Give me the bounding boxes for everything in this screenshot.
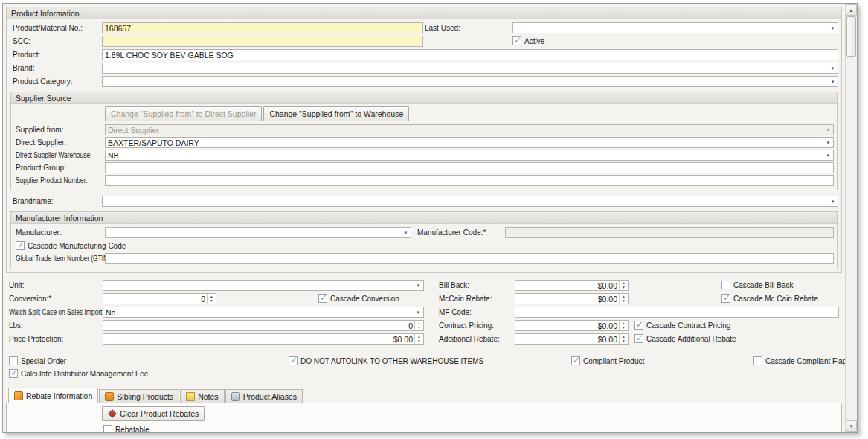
watch-split-case-combobox[interactable]: No ▼ xyxy=(103,307,424,318)
direct-supplier-label: Direct Supplier: xyxy=(16,138,66,147)
direct-supplier-row: Direct Supplier: BAXTER/SAPUTO DAIRY ▼ xyxy=(11,136,837,149)
cascade-conversion-checkbox[interactable]: Cascade Conversion xyxy=(318,294,399,303)
price-protection-value: $0.00 xyxy=(103,335,414,344)
spin-buttons[interactable]: ▴▾ xyxy=(619,321,628,330)
spin-down-icon[interactable]: ▾ xyxy=(620,286,628,291)
supplied-from-value: Direct Supplier xyxy=(106,126,823,135)
direct-supplier-warehouse-combobox[interactable]: NB ▼ xyxy=(105,150,834,161)
spin-buttons[interactable]: ▴▾ xyxy=(619,281,628,290)
product-group-field[interactable] xyxy=(105,162,834,173)
supplied-from-combobox[interactable]: Direct Supplier ▼ xyxy=(105,124,834,135)
scroll-down-icon[interactable]: ▼ xyxy=(846,420,857,432)
last-used-combobox[interactable]: ▼ xyxy=(512,22,838,33)
cascade-manufacturing-code-label: Cascade Manufacturing Code xyxy=(28,242,126,250)
spin-buttons[interactable]: ▴▾ xyxy=(414,321,423,330)
special-order-box-icon xyxy=(9,356,18,365)
brandname-combobox[interactable]: ▼ xyxy=(102,196,838,207)
cascade-mccain-rebate-checkbox[interactable]: Cascade Mc Cain Rebate xyxy=(721,294,818,303)
clear-product-rebates-button[interactable]: Clear Product Rebates xyxy=(102,406,205,421)
special-order-checkbox[interactable]: Special Order xyxy=(9,356,66,365)
lbs-spinner[interactable]: 0 ▴▾ xyxy=(103,320,424,331)
direct-supplier-combobox[interactable]: BAXTER/SAPUTO DAIRY ▼ xyxy=(105,137,834,148)
calculate-dmf-checkbox[interactable]: Calculate Distributor Management Fee xyxy=(9,369,148,378)
conversion-value: 0 xyxy=(103,295,207,304)
do-not-autolink-checkbox[interactable]: DO NOT AUTOLINK TO OTHER WAREHOUSE ITEMS xyxy=(289,356,483,365)
chevron-down-icon[interactable]: ▼ xyxy=(828,77,838,86)
product-category-label: Product Category: xyxy=(13,77,73,86)
cascade-manufacturing-code-checkbox[interactable]: Cascade Manufacturing Code xyxy=(16,241,126,250)
cascade-bill-back-checkbox[interactable]: Cascade Bill Back xyxy=(721,281,794,289)
scc-input[interactable] xyxy=(103,36,422,46)
spin-down-icon[interactable]: ▾ xyxy=(415,339,423,345)
chevron-down-icon[interactable]: ▼ xyxy=(823,138,833,147)
chevron-down-icon[interactable]: ▼ xyxy=(414,307,423,317)
tab-sibling-products[interactable]: Sibling Products xyxy=(99,389,179,403)
spin-buttons[interactable]: ▴▾ xyxy=(619,334,628,344)
mf-code-label: MF Code: xyxy=(439,308,472,316)
unit-combobox[interactable]: ▼ xyxy=(103,280,424,291)
supplied-from-row: Supplied from: Direct Supplier ▼ xyxy=(11,124,837,136)
product-field[interactable] xyxy=(102,49,838,60)
chevron-down-icon[interactable]: ▼ xyxy=(828,23,838,33)
bill-back-spinner[interactable]: $0.00 ▴▾ xyxy=(515,280,629,291)
compliant-product-label: Compliant Product xyxy=(583,357,644,365)
special-order-label: Special Order xyxy=(21,357,66,365)
product-information-header: Product Information xyxy=(7,7,841,19)
spin-down-icon[interactable]: ▾ xyxy=(415,326,423,331)
change-to-warehouse-button[interactable]: Change "Supplied from" to Warehouse xyxy=(263,106,409,121)
brand-combobox[interactable]: ▼ xyxy=(102,63,838,74)
mf-code-field[interactable] xyxy=(515,307,839,318)
chevron-down-icon[interactable]: ▼ xyxy=(828,196,838,206)
tab-notes[interactable]: Notes xyxy=(180,389,224,403)
spin-buttons[interactable]: ▴▾ xyxy=(414,334,423,344)
chevron-down-icon[interactable]: ▼ xyxy=(823,125,833,135)
conversion-spinner[interactable]: 0 ▴▾ xyxy=(103,293,216,304)
tab-product-aliases[interactable]: Product Aliases xyxy=(225,389,303,403)
product-material-no-input[interactable] xyxy=(103,23,422,33)
spin-down-icon[interactable]: ▾ xyxy=(620,299,628,304)
supplier-source-buttons: Change "Supplied from" to Direct Supplie… xyxy=(11,106,837,124)
chevron-down-icon[interactable]: ▼ xyxy=(828,63,838,73)
cascade-contract-pricing-label: Cascade Contract Pricing xyxy=(646,321,730,330)
brand-label: Brand: xyxy=(13,64,34,72)
manufacturer-code-field xyxy=(505,227,834,238)
supplier-product-number-input[interactable] xyxy=(106,176,833,185)
spin-down-icon[interactable]: ▾ xyxy=(620,326,628,331)
cascade-additional-rebate-checkbox[interactable]: Cascade Additional Rebate xyxy=(634,334,736,343)
chevron-down-icon[interactable]: ▼ xyxy=(823,150,833,160)
product-input[interactable] xyxy=(103,50,838,60)
spin-buttons[interactable]: ▴▾ xyxy=(207,294,216,304)
scc-field[interactable] xyxy=(102,36,423,47)
price-protection-spinner[interactable]: $0.00 ▴▾ xyxy=(103,333,424,345)
product-category-combobox[interactable]: ▼ xyxy=(102,76,838,87)
scrollbar-thumb[interactable] xyxy=(846,16,856,57)
gtin-input[interactable] xyxy=(106,254,833,263)
contract-pricing-spinner[interactable]: $0.00 ▴▾ xyxy=(515,320,629,331)
gtin-label: Global Trade Item Number (GTIN): xyxy=(16,254,112,263)
tab-rebate-information[interactable]: Rebate Information xyxy=(8,388,98,403)
additional-rebate-spinner[interactable]: $0.00 ▴▾ xyxy=(515,333,629,345)
product-material-no-field[interactable] xyxy=(102,22,423,33)
gtin-field[interactable] xyxy=(105,253,834,264)
chevron-down-icon[interactable]: ▼ xyxy=(401,228,411,237)
spin-buttons[interactable]: ▴▾ xyxy=(619,294,628,304)
vertical-scrollbar[interactable]: ▲ ▼ xyxy=(845,4,857,432)
manufacturer-combobox[interactable]: ▼ xyxy=(105,227,411,238)
scroll-up-icon[interactable]: ▲ xyxy=(846,4,857,16)
cascade-compliant-flag-checkbox[interactable]: Cascade Compliant Flag xyxy=(753,356,847,365)
brandname-label: Brandname: xyxy=(13,197,53,205)
lbs-label: Lbs: xyxy=(9,321,23,330)
compliant-product-checkbox[interactable]: Compliant Product xyxy=(571,356,644,365)
change-to-direct-supplier-button[interactable]: Change "Supplied from" to Direct Supplie… xyxy=(105,106,262,121)
product-group-input[interactable] xyxy=(106,163,833,173)
manufacturer-row: Manufacturer: ▼ Manufacturer Code:* xyxy=(11,226,837,240)
mf-code-input[interactable] xyxy=(515,307,838,317)
spin-down-icon[interactable]: ▾ xyxy=(620,339,628,345)
active-checkbox[interactable]: Active xyxy=(512,36,544,45)
supplier-product-number-field[interactable] xyxy=(105,175,834,186)
cascade-contract-pricing-checkbox[interactable]: Cascade Contract Pricing xyxy=(634,321,730,330)
rebatable-checkbox[interactable]: Rebatable xyxy=(103,425,150,433)
chevron-down-icon[interactable]: ▼ xyxy=(414,281,423,290)
spin-down-icon[interactable]: ▾ xyxy=(208,299,216,304)
mccain-rebate-spinner[interactable]: $0.00 ▴▾ xyxy=(515,293,629,304)
